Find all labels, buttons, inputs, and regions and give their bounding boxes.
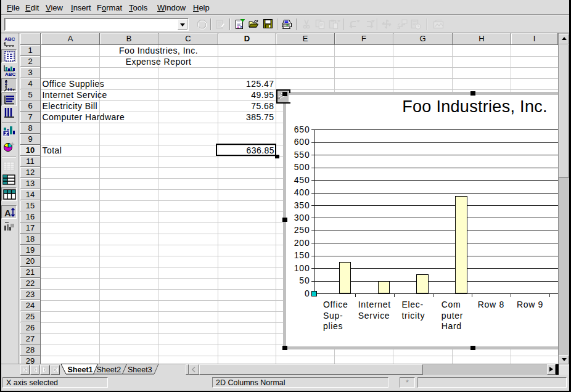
svg-text:Sheet2: Sheet2 bbox=[97, 365, 121, 374]
svg-text:Sheet1: Sheet1 bbox=[68, 365, 93, 374]
svg-text:Sheet3: Sheet3 bbox=[128, 365, 152, 374]
svg-text:A: A bbox=[4, 208, 11, 218]
svg-text:ABC: ABC bbox=[5, 71, 16, 76]
svg-text:ABC: ABC bbox=[4, 36, 15, 42]
